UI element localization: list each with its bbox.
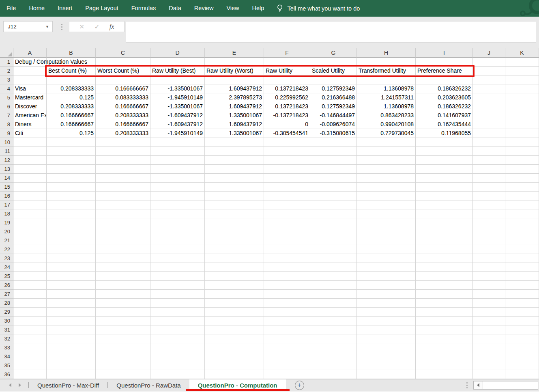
row-header-13[interactable]: 13	[0, 165, 13, 174]
cell-K34[interactable]	[505, 352, 539, 361]
cell-H28[interactable]	[357, 299, 416, 308]
cell-H8[interactable]: 0.990420108	[357, 120, 416, 129]
cell-C23[interactable]	[96, 254, 150, 263]
cell-H21[interactable]	[357, 236, 416, 245]
cell-G3[interactable]	[310, 75, 357, 84]
sheet-tab-2[interactable]: QuestionPro - RawData	[108, 379, 189, 391]
cell-E25[interactable]	[205, 272, 264, 281]
cell-I17[interactable]	[416, 200, 473, 209]
cell-C28[interactable]	[96, 299, 150, 308]
cell-G5[interactable]: 0.216366488	[310, 93, 357, 102]
scroll-left-button[interactable]	[474, 381, 483, 389]
cell-J19[interactable]	[473, 218, 505, 227]
cell-J6[interactable]	[473, 102, 505, 111]
row-header-21[interactable]: 21	[0, 236, 13, 245]
menu-view[interactable]: View	[220, 0, 245, 17]
cell-D2[interactable]: Raw Utility (Best)	[150, 67, 205, 75]
cell-K26[interactable]	[505, 281, 539, 290]
row-header-31[interactable]: 31	[0, 325, 13, 334]
cell-H4[interactable]: 1.13608978	[357, 84, 416, 93]
cell-D22[interactable]	[150, 245, 205, 254]
cell-A19[interactable]	[13, 218, 47, 227]
cell-F34[interactable]	[264, 352, 310, 361]
cell-E6[interactable]: 1.609437912	[205, 102, 264, 111]
cell-K4[interactable]	[505, 84, 539, 93]
cell-H7[interactable]: 0.863428233	[357, 111, 416, 120]
column-header-D[interactable]: D	[150, 48, 205, 58]
cell-E33[interactable]	[205, 343, 264, 352]
cell-E3[interactable]	[205, 75, 264, 84]
cell-G23[interactable]	[310, 254, 357, 263]
cell-H13[interactable]	[357, 165, 416, 174]
tabbar-grip[interactable]	[466, 382, 468, 388]
row-header-25[interactable]: 25	[0, 272, 13, 281]
cell-F20[interactable]	[264, 227, 310, 236]
cell-A6[interactable]: Discover	[13, 102, 47, 111]
cell-K21[interactable]	[505, 236, 539, 245]
cell-H24[interactable]	[357, 263, 416, 272]
cell-E13[interactable]	[205, 165, 264, 174]
cell-E28[interactable]	[205, 299, 264, 308]
cell-K9[interactable]	[505, 129, 539, 138]
cell-B21[interactable]	[47, 236, 96, 245]
cell-D32[interactable]	[150, 334, 205, 343]
cell-A9[interactable]: Citi	[13, 129, 47, 138]
cell-G1[interactable]	[310, 58, 357, 67]
cell-I9[interactable]: 0.11968055	[416, 129, 473, 138]
cell-K35[interactable]	[505, 361, 539, 370]
cell-E26[interactable]	[205, 281, 264, 290]
cell-K1[interactable]	[505, 58, 539, 67]
cell-F29[interactable]	[264, 308, 310, 317]
cell-G17[interactable]	[310, 200, 357, 209]
cell-J2[interactable]	[473, 67, 505, 75]
cell-I33[interactable]	[416, 343, 473, 352]
cell-D12[interactable]	[150, 156, 205, 165]
cell-A34[interactable]	[13, 352, 47, 361]
cell-H20[interactable]	[357, 227, 416, 236]
cell-D4[interactable]: -1.335001067	[150, 84, 205, 93]
cell-D5[interactable]: -1.945910149	[150, 93, 205, 102]
cell-F15[interactable]	[264, 183, 310, 192]
cell-I7[interactable]: 0.141607937	[416, 111, 473, 120]
cancel-icon[interactable]: ✕	[79, 23, 85, 30]
cell-F16[interactable]	[264, 192, 310, 200]
cell-B35[interactable]	[47, 361, 96, 370]
cell-J11[interactable]	[473, 147, 505, 156]
row-header-29[interactable]: 29	[0, 308, 13, 317]
cell-E5[interactable]: 2.397895273	[205, 93, 264, 102]
cell-H32[interactable]	[357, 334, 416, 343]
cell-G16[interactable]	[310, 192, 357, 200]
cell-H35[interactable]	[357, 361, 416, 370]
cell-H2[interactable]: Transformed Utility	[357, 67, 416, 75]
cell-B13[interactable]	[47, 165, 96, 174]
cell-B18[interactable]	[47, 209, 96, 218]
cell-J31[interactable]	[473, 325, 505, 334]
cell-J24[interactable]	[473, 263, 505, 272]
menu-help[interactable]: Help	[246, 0, 271, 17]
cell-C17[interactable]	[96, 200, 150, 209]
cell-G29[interactable]	[310, 308, 357, 317]
cell-E30[interactable]	[205, 317, 264, 325]
cell-F26[interactable]	[264, 281, 310, 290]
cell-B17[interactable]	[47, 200, 96, 209]
cell-A11[interactable]	[13, 147, 47, 156]
cell-E19[interactable]	[205, 218, 264, 227]
cell-H10[interactable]	[357, 138, 416, 147]
cell-K18[interactable]	[505, 209, 539, 218]
cell-E15[interactable]	[205, 183, 264, 192]
cell-D13[interactable]	[150, 165, 205, 174]
cell-H1[interactable]	[357, 58, 416, 67]
cell-D30[interactable]	[150, 317, 205, 325]
cell-C6[interactable]: 0.166666667	[96, 102, 150, 111]
cell-E32[interactable]	[205, 334, 264, 343]
cell-B7[interactable]: 0.166666667	[47, 111, 96, 120]
row-header-7[interactable]: 7	[0, 111, 13, 120]
row-header-2[interactable]: 2	[0, 67, 13, 75]
cell-F33[interactable]	[264, 343, 310, 352]
column-header-G[interactable]: G	[310, 48, 357, 58]
row-header-16[interactable]: 16	[0, 192, 13, 200]
row-header-23[interactable]: 23	[0, 254, 13, 263]
cell-C22[interactable]	[96, 245, 150, 254]
cell-E34[interactable]	[205, 352, 264, 361]
cell-C31[interactable]	[96, 325, 150, 334]
